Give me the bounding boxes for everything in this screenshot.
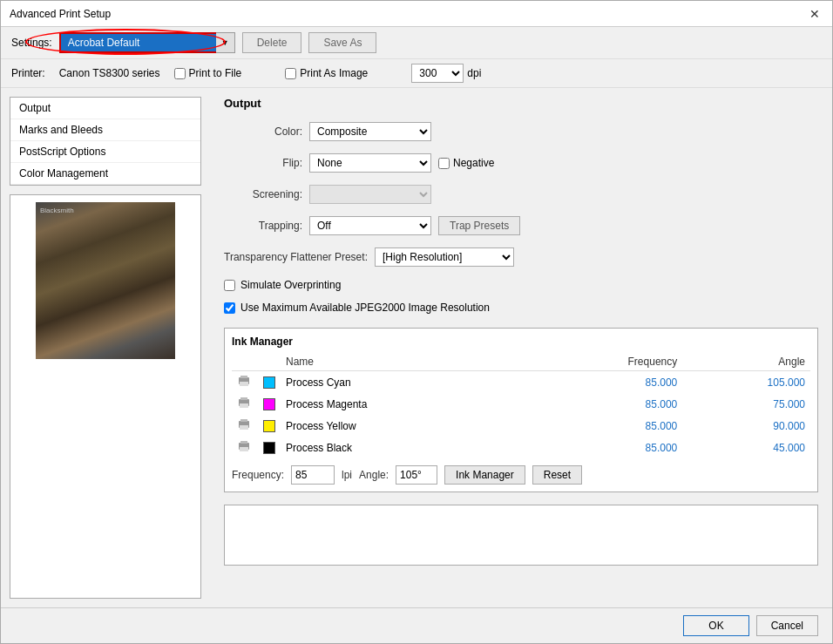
ink-color-swatch — [258, 393, 281, 415]
preview-image-bg: Blacksmith — [36, 202, 175, 359]
ink-color-swatch — [258, 371, 281, 394]
preview-image: Blacksmith — [36, 202, 175, 359]
col-name: Name — [281, 353, 524, 371]
frequency-input[interactable] — [291, 465, 335, 485]
print-as-image-label: Print As Image — [300, 67, 368, 79]
use-jpeg-checkbox[interactable] — [224, 302, 235, 314]
col-angle: Angle — [682, 353, 810, 371]
frequency-unit: lpi — [342, 469, 352, 481]
ink-row-angle: 90.000 — [682, 415, 810, 437]
ink-row-name: Process Magenta — [281, 393, 524, 415]
preview-watermark: Blacksmith — [40, 207, 74, 214]
text-area-box — [224, 505, 818, 566]
ink-row-angle: 75.000 — [682, 393, 810, 415]
ink-row-printer-icon — [232, 393, 258, 415]
ink-row-angle: 105.000 — [682, 371, 810, 394]
sidebar-item-postscript[interactable]: PostScript Options — [10, 141, 200, 163]
sidebar-item-color-management[interactable]: Color Management — [10, 163, 200, 185]
trap-presets-button[interactable]: Trap Presets — [438, 216, 520, 235]
transparency-preset-select[interactable]: [High Resolution] [Low Resolution] [Medi… — [375, 247, 514, 267]
svg-rect-10 — [240, 441, 247, 444]
output-section-title: Output — [224, 97, 818, 110]
cancel-button[interactable]: Cancel — [756, 615, 818, 636]
trapping-select[interactable]: Off On — [309, 216, 431, 235]
color-select[interactable]: Composite Separations In-RIP Separations — [309, 122, 431, 141]
settings-label: Settings: — [11, 37, 52, 49]
print-to-file-checkbox[interactable] — [174, 68, 186, 79]
title-bar: Advanced Print Setup ✕ — [1, 1, 832, 27]
settings-combo: ▼ — [59, 32, 235, 53]
ink-manager-button[interactable]: Ink Manager — [444, 465, 525, 485]
flip-row: Flip: None Horizontal Vertical Both Nega… — [224, 153, 818, 173]
flip-select[interactable]: None Horizontal Vertical Both — [309, 153, 431, 173]
angle-label: Angle: — [359, 469, 389, 481]
col-swatch — [258, 353, 281, 371]
ink-table-row: Process Cyan85.000105.000 — [232, 371, 810, 394]
settings-dropdown-button[interactable]: ▼ — [216, 32, 235, 53]
transparency-row: Transparency Flattener Preset: [High Res… — [224, 247, 818, 267]
settings-input[interactable] — [59, 32, 216, 53]
col-frequency: Frequency — [524, 353, 682, 371]
footer-row: OK Cancel — [1, 607, 832, 643]
transparency-preset-label: Transparency Flattener Preset: — [224, 251, 368, 263]
trapping-label: Trapping: — [224, 220, 302, 232]
close-button[interactable]: ✕ — [806, 7, 823, 21]
ink-row-printer-icon — [232, 437, 258, 458]
simulate-overprinting-row: Simulate Overprinting — [224, 279, 818, 291]
print-as-image-group: Print As Image — [285, 67, 368, 79]
left-panel: Output Marks and Bleeds PostScript Optio… — [1, 88, 210, 607]
angle-input[interactable] — [396, 465, 437, 485]
printer-info-row: Print to File Print As Image 300 72 150 … — [174, 64, 822, 83]
negative-checkbox[interactable] — [438, 158, 450, 169]
print-to-file-group: Print to File — [174, 67, 242, 79]
ink-table-row: Process Magenta85.00075.000 — [232, 393, 810, 415]
frequency-label: Frequency: — [232, 469, 284, 481]
right-panel: Output Color: Composite Separations In-R… — [210, 88, 832, 607]
sidebar-item-marks-bleeds[interactable]: Marks and Bleeds — [10, 119, 200, 141]
ink-row-name: Process Black — [281, 437, 524, 458]
color-label: Color: — [224, 125, 302, 138]
simulate-overprinting-label: Simulate Overprinting — [240, 279, 341, 291]
sidebar-item-output[interactable]: Output — [10, 98, 200, 119]
ink-table: Name Frequency Angle Process Cyan85.0001… — [232, 353, 810, 458]
save-as-button[interactable]: Save As — [308, 32, 376, 53]
use-jpeg-row: Use Maximum Available JPEG2000 Image Res… — [224, 302, 818, 314]
ink-row-printer-icon — [232, 415, 258, 437]
print-as-image-checkbox[interactable] — [285, 68, 296, 79]
settings-row: Settings: ▼ Delete Save As — [1, 27, 832, 59]
svg-rect-7 — [240, 419, 247, 422]
dpi-select[interactable]: 300 72 150 600 1200 — [411, 64, 464, 83]
ink-row-angle: 45.000 — [682, 437, 810, 458]
ink-row-frequency: 85.000 — [524, 437, 682, 458]
flip-label: Flip: — [224, 157, 302, 169]
dpi-unit: dpi — [467, 67, 481, 79]
simulate-overprinting-checkbox[interactable] — [224, 280, 235, 291]
reset-button[interactable]: Reset — [532, 465, 582, 485]
screening-select[interactable] — [309, 185, 431, 204]
dialog-title: Advanced Print Setup — [10, 8, 111, 20]
ink-color-swatch — [258, 437, 281, 458]
print-to-file-label: Print to File — [189, 67, 242, 79]
svg-rect-5 — [240, 403, 248, 408]
ink-row-frequency: 85.000 — [524, 371, 682, 394]
col-icon — [232, 353, 258, 371]
svg-rect-1 — [240, 376, 247, 378]
svg-rect-2 — [240, 382, 248, 386]
ink-table-row: Process Black85.00045.000 — [232, 437, 810, 458]
dialog: Advanced Print Setup ✕ Settings: ▼ Delet… — [0, 0, 833, 644]
ok-button[interactable]: OK — [683, 615, 748, 636]
svg-rect-11 — [240, 447, 248, 451]
screening-label: Screening: — [224, 188, 302, 200]
ink-manager-box: Ink Manager Name Frequency Angle Process… — [224, 328, 818, 492]
ink-manager-title: Ink Manager — [232, 336, 810, 348]
ink-row-frequency: 85.000 — [524, 415, 682, 437]
ink-row-name: Process Cyan — [281, 371, 524, 394]
ink-row-printer-icon — [232, 371, 258, 394]
freq-angle-row: Frequency: lpi Angle: Ink Manager Reset — [232, 465, 810, 485]
delete-button[interactable]: Delete — [242, 32, 302, 53]
preview-box: Blacksmith — [10, 194, 201, 599]
printer-name: Canon TS8300 series — [59, 67, 160, 79]
ink-row-frequency: 85.000 — [524, 393, 682, 415]
ink-row-name: Process Yellow — [281, 415, 524, 437]
main-content: Output Marks and Bleeds PostScript Optio… — [1, 88, 832, 607]
